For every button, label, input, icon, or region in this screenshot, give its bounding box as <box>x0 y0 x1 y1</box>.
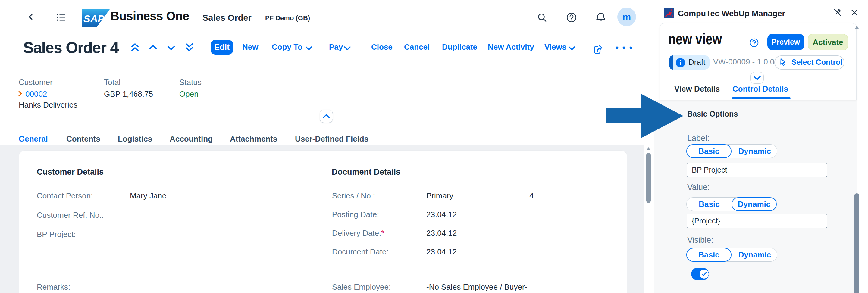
svg-text:SAP: SAP <box>84 13 104 24</box>
